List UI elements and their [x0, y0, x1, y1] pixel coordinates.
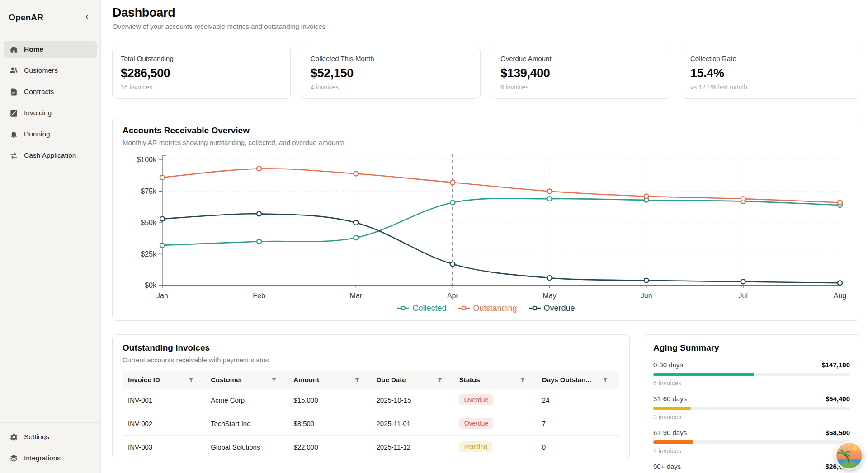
filter-icon[interactable] — [354, 377, 360, 383]
column-header-days-outstan: Days Outstan... — [537, 376, 619, 384]
cell-amount: $15,000 — [288, 396, 371, 404]
aging-bucket-header: 90+ days$26,500 — [653, 463, 850, 470]
table-row[interactable]: INV-002TechStart Inc$8,5002025-11-01Over… — [123, 412, 619, 436]
sidebar-item-contracts[interactable]: Contracts — [4, 83, 97, 100]
metric-sub: 6 invoices — [500, 84, 662, 91]
svg-text:$0k: $0k — [145, 281, 156, 289]
legend-marker-icon — [529, 304, 541, 313]
square-pen-icon — [9, 109, 18, 117]
page-title: Dashboard — [113, 6, 856, 20]
aging-progress-track — [653, 373, 850, 376]
island-badge[interactable] — [835, 441, 863, 470]
aging-bucket-61-90-days: 61-90 days$58,5002 invoices — [653, 429, 850, 454]
cell-invoice-id: INV-001 — [123, 396, 205, 404]
aging-bucket-90-days: 90+ days$26,500 — [653, 463, 850, 473]
page-header: Dashboard Overview of your accounts rece… — [101, 0, 868, 37]
aging-bucket-header: 61-90 days$58,500 — [653, 429, 850, 436]
svg-text:Jun: Jun — [641, 292, 652, 300]
filter-icon[interactable] — [519, 377, 526, 383]
legend-label: Collected — [412, 304, 446, 313]
metric-card-overdue-amount: Overdue Amount$139,4006 invoices — [492, 47, 670, 99]
chart-legend: CollectedOutstandingOverdue — [123, 304, 850, 316]
legend-item-outstanding[interactable]: Outstanding — [458, 304, 517, 313]
metric-card-total-outstanding: Total Outstanding$286,50016 invoices — [112, 47, 291, 99]
column-header-customer: Customer — [205, 376, 288, 384]
main-area: Dashboard Overview of your accounts rece… — [101, 0, 868, 473]
cell-amount: $22,000 — [288, 443, 371, 451]
cell-amount: $8,500 — [288, 420, 371, 427]
cell-days-outstanding: 7 — [537, 420, 619, 427]
chevron-left-icon — [83, 13, 91, 22]
column-header-due-date: Due Date — [371, 376, 454, 384]
aging-bucket-invoices: 2 invoices — [653, 447, 850, 454]
sidebar-item-home[interactable]: Home — [4, 41, 97, 58]
aging-progress-fill — [653, 373, 754, 376]
metric-label: Collected This Month — [311, 55, 472, 62]
metric-value: $52,150 — [311, 66, 472, 80]
gear-icon — [9, 433, 18, 441]
invoices-title: Outstanding Invoices — [123, 343, 619, 353]
cell-customer: TechStart Inc — [205, 420, 288, 427]
sidebar-item-label: Invoicing — [24, 109, 52, 117]
aging-progress-fill — [653, 440, 693, 444]
column-header-label: Invoice ID — [128, 376, 160, 384]
filter-icon[interactable] — [437, 377, 443, 383]
legend-item-collected[interactable]: Collected — [397, 304, 446, 313]
cell-due-date: 2025-11-01 — [371, 420, 454, 427]
sidebar-header: OpenAR — [0, 0, 100, 35]
svg-text:$50k: $50k — [141, 219, 156, 226]
column-header-label: Days Outstan... — [542, 376, 591, 384]
svg-text:Apr: Apr — [447, 292, 459, 300]
aging-summary-card: Aging Summary 0-30 days$147,1006 invoice… — [643, 334, 860, 473]
column-header-invoice-id: Invoice ID — [123, 376, 205, 384]
sidebar-item-label: Cash Application — [24, 151, 76, 159]
svg-text:Feb: Feb — [253, 292, 265, 300]
filter-icon[interactable] — [602, 377, 609, 383]
cell-days-outstanding: 24 — [537, 396, 619, 404]
sidebar-item-label: Home — [24, 45, 43, 53]
aging-bucket-label: 61-90 days — [653, 429, 687, 436]
metric-card-collection-rate: Collection Rate15.4%vs 12.1% last month — [682, 47, 860, 99]
sidebar-item-invoicing[interactable]: Invoicing — [4, 104, 97, 122]
column-header-label: Due Date — [377, 376, 406, 384]
column-header-label: Amount — [293, 376, 319, 384]
legend-marker-icon — [458, 304, 470, 313]
metric-value: $139,400 — [500, 66, 662, 80]
bell-icon — [9, 130, 18, 139]
column-header-label: Status — [459, 376, 480, 384]
sidebar-footer-nav: SettingsIntegrations — [0, 422, 100, 473]
filter-icon[interactable] — [188, 377, 194, 383]
aging-progress-track — [653, 440, 850, 444]
file-text-icon — [9, 88, 18, 96]
sidebar-item-label: Integrations — [24, 454, 61, 462]
cell-invoice-id: INV-002 — [123, 420, 205, 427]
sidebar-collapse-button[interactable] — [80, 11, 93, 24]
metric-label: Total Outstanding — [121, 55, 282, 62]
sidebar-item-integrations[interactable]: Integrations — [4, 450, 97, 467]
metric-value: 15.4% — [690, 66, 852, 80]
metric-sub: 4 invoices — [311, 84, 472, 91]
aging-bucket-amount: $58,500 — [826, 429, 850, 436]
cell-days-outstanding: 0 — [537, 443, 619, 451]
aging-bucket-label: 0-30 days — [653, 361, 683, 369]
invoices-subtitle: Current accounts receivable with payment… — [123, 356, 619, 364]
chart-title: Accounts Receivable Overview — [123, 126, 850, 136]
invoices-table: Invoice IDCustomerAmountDue DateStatusDa… — [123, 371, 619, 459]
legend-item-overdue[interactable]: Overdue — [529, 304, 575, 313]
column-header-status: Status — [454, 376, 537, 384]
table-row[interactable]: INV-001Acme Corp$15,0002025-10-15Overdue… — [123, 389, 619, 412]
sidebar-item-cash-application[interactable]: Cash Application — [4, 147, 97, 164]
aging-bucket-amount: $147,100 — [821, 361, 850, 369]
sidebar-item-customers[interactable]: Customers — [4, 62, 97, 79]
sidebar-item-label: Customers — [24, 66, 58, 75]
swap-arrows-icon — [9, 151, 18, 160]
table-row[interactable]: INV-003Global Solutions$22,0002025-11-12… — [123, 436, 619, 459]
filter-icon[interactable] — [271, 377, 277, 383]
page-subtitle: Overview of your accounts receivable met… — [113, 23, 856, 30]
svg-text:Jan: Jan — [156, 292, 168, 300]
sidebar-item-dunning[interactable]: Dunning — [4, 126, 97, 143]
metric-card-collected-this-month: Collected This Month$52,1504 invoices — [302, 47, 481, 99]
sidebar-item-settings[interactable]: Settings — [4, 428, 97, 445]
metric-label: Overdue Amount — [500, 55, 662, 62]
cell-status: Overdue — [454, 418, 537, 429]
